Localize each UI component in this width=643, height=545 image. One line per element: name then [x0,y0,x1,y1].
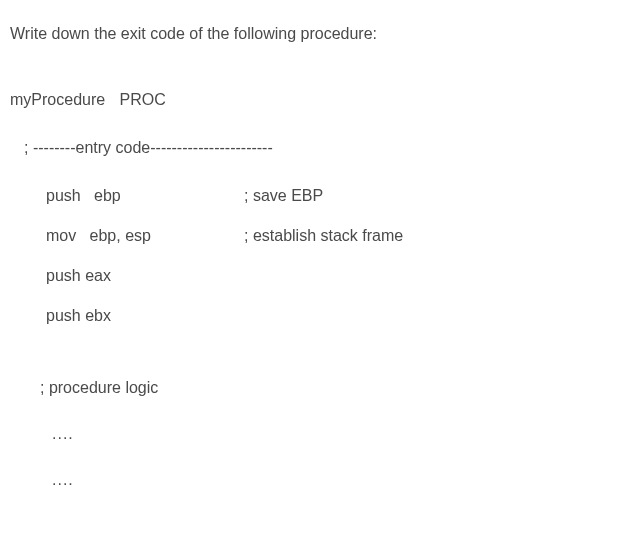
entry-code-comment: ; --------entry code--------------------… [24,136,633,160]
instruction: push eax [46,264,244,288]
procedure-keyword: PROC [120,91,166,108]
code-line: mov ebp, esp ; establish stack frame [46,224,633,248]
code-comment: ; save EBP [244,184,323,208]
instruction: push ebx [46,304,244,328]
ellipsis-line: .... [52,422,633,446]
procedure-logic-label: ; procedure logic [40,376,633,400]
procedure-name: myProcedure [10,91,105,108]
code-line: push eax [46,264,633,288]
instruction: push ebp [46,184,244,208]
ellipsis-line: .... [52,468,633,492]
code-comment: ; establish stack frame [244,224,403,248]
code-block: push ebp ; save EBP mov ebp, esp ; estab… [46,184,633,328]
code-line: push ebp ; save EBP [46,184,633,208]
procedure-header: myProcedure PROC [10,88,633,112]
instruction: mov ebp, esp [46,224,244,248]
question-text: Write down the exit code of the followin… [10,22,633,46]
code-line: push ebx [46,304,633,328]
